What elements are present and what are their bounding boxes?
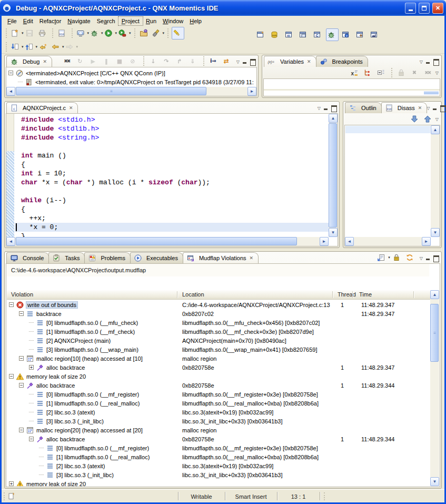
drop-to-frame-button[interactable]: ⇓ (187, 55, 200, 67)
scroll-up-arrow[interactable]: ▲ (430, 290, 439, 299)
violation-row[interactable]: [3] libmudflapth.so.0 (__wrap_main)libmu… (7, 345, 430, 354)
violation-row[interactable]: −memory leak of size 20 (7, 372, 430, 381)
minimize-view-icon[interactable] (242, 59, 247, 64)
back-button[interactable]: ▾ (51, 41, 65, 53)
violation-row[interactable]: [2] libc.so.3 (atexit)libc.so.3(atexit+0… (7, 461, 430, 470)
scroll-left-arrow[interactable]: ◄ (345, 237, 354, 246)
suspend-button[interactable]: ‖ (101, 55, 114, 67)
maximize-view-icon[interactable] (433, 59, 439, 64)
debug-tab-debug[interactable]: Debug✕ (6, 56, 52, 67)
disassembly-vscrollbar[interactable]: ▲ ▼ (431, 125, 440, 237)
maximize-view-icon[interactable] (250, 59, 255, 64)
run-button[interactable]: ▾ (104, 27, 118, 39)
application-profiler-button[interactable] (369, 28, 381, 41)
c-cpp-projects-button[interactable] (298, 28, 310, 41)
sash-grip[interactable] (424, 92, 439, 95)
scroll-down-arrow[interactable]: ▼ (329, 228, 338, 237)
column-header-thread[interactable]: Thread (338, 291, 356, 298)
forward-button[interactable]: ▾ (65, 41, 79, 53)
menu-edit[interactable]: Edit (20, 17, 36, 25)
binary-button[interactable]: 010 (56, 27, 69, 39)
add-global-variables-button[interactable] (362, 66, 375, 79)
scroll-up-arrow[interactable]: ▲ (329, 114, 338, 123)
scrollbar-thumb[interactable]: ≡ (16, 87, 206, 95)
refresh-button[interactable] (404, 251, 417, 264)
minimize-view-icon[interactable] (323, 105, 329, 111)
violation-row[interactable]: [1] libmudflapth.so.0 (__real_malloc)lib… (7, 399, 430, 408)
tree-expander[interactable]: + (29, 365, 34, 370)
next-annotation-button[interactable]: ▾ (10, 41, 24, 53)
dropdown-arrow-icon[interactable]: ▾ (62, 45, 64, 49)
open-resource-button[interactable] (138, 27, 151, 39)
violation-row[interactable]: +memory leak of size 20 (7, 479, 430, 486)
violation-row[interactable]: +alloc backtrace0xb820758e111:48.29.347 (7, 363, 430, 372)
close-icon[interactable]: ✕ (69, 105, 73, 111)
minimize-view-icon[interactable] (425, 59, 431, 64)
variables-tab-breakpoints[interactable]: Breakpoints (316, 56, 368, 67)
tree-expander[interactable]: − (8, 71, 13, 75)
menu-project[interactable]: Project (118, 17, 143, 25)
tree-expander[interactable]: − (9, 302, 14, 307)
step-over-button[interactable]: ↷ (161, 55, 174, 67)
last-edit-location-button[interactable] (38, 41, 51, 53)
c-cpp-button[interactable]: C (312, 28, 324, 41)
arrow-up-blue-button[interactable] (422, 113, 435, 125)
scroll-down-arrow[interactable]: ▼ (431, 228, 440, 237)
violation-row[interactable]: [0] libmudflapth.so.0 (__mfu_check)libmu… (7, 318, 430, 327)
maximize-view-icon[interactable] (440, 105, 445, 111)
tree-expander[interactable]: + (9, 481, 14, 486)
scroll-up-arrow[interactable]: ▲ (431, 125, 440, 134)
column-separator[interactable] (177, 291, 177, 298)
use-step-filters-button[interactable]: ⇄ (221, 55, 234, 67)
view-menu-icon[interactable]: ▽ (427, 106, 430, 111)
dropdown-arrow-icon[interactable]: ▾ (22, 31, 24, 35)
dropdown-arrow-icon[interactable]: ▾ (87, 31, 90, 35)
terminate-button[interactable]: ■ (114, 55, 127, 67)
tree-expander[interactable]: − (9, 374, 14, 379)
minimize-view-icon[interactable] (425, 255, 431, 261)
search-button[interactable]: ▾ (151, 27, 165, 39)
dropdown-arrow-icon[interactable]: ▾ (115, 31, 117, 35)
debug-perspective-button[interactable] (326, 28, 339, 41)
view-menu-icon[interactable]: ▽ (435, 71, 439, 75)
scroll-right-arrow[interactable]: ► (422, 237, 431, 246)
editor-tab-aqnxcproject-c[interactable]: cAQNXCProject.c✕ (6, 102, 78, 113)
violation-row[interactable]: [0] libmudflapth.so.0 (__mf_register)lib… (7, 443, 430, 452)
scroll-down-arrow[interactable]: ▼ (430, 477, 439, 486)
menu-file[interactable]: File (4, 17, 20, 25)
scroll-left-arrow[interactable]: ◄ (6, 237, 15, 246)
remove-all-terminated-button[interactable]: ✖✖ (62, 55, 74, 67)
close-icon[interactable]: ✕ (250, 255, 254, 261)
lock-button[interactable] (396, 66, 409, 79)
print-button[interactable] (37, 27, 49, 39)
bottom-tab-console[interactable]: Console (6, 252, 49, 263)
maximize-view-icon[interactable] (331, 105, 336, 111)
violation-row[interactable]: [3] libc.so.3 (_init_libc)libc.so.3(_ini… (7, 470, 430, 479)
resume-button[interactable]: ▶ (88, 55, 101, 67)
svn-repository-exploring-button[interactable]: SVN (269, 28, 282, 41)
close-button[interactable]: ✕ (432, 3, 443, 14)
outline-tab-disass[interactable]: 010Disass✕ (381, 102, 428, 113)
violation-row[interactable]: −backtrace0xb8207c0211:48.29.347 (7, 309, 430, 318)
scroll-right-arrow[interactable]: ► (247, 87, 256, 96)
view-menu-icon[interactable]: ▽ (420, 60, 423, 64)
prev-annotation-button[interactable]: ▾ (24, 41, 38, 53)
bottom-tab-mudflap-violations[interactable]: Mudflap Violations✕ (183, 252, 259, 263)
column-header-location[interactable]: Location (182, 291, 204, 298)
violation-row[interactable]: [2] libc.so.3 (atexit)libc.so.3(atexit+0… (7, 408, 430, 417)
menu-help[interactable]: Help (186, 17, 205, 25)
debug-tree-row[interactable]: −<terminated>AQNXCProject [C/C++ QNX QCo… (6, 68, 256, 77)
code-editor[interactable]: #include <stdio.h>#include <stdlib.h>#in… (15, 114, 329, 237)
debug-button[interactable]: ▾ (90, 27, 104, 39)
violation-row[interactable]: [2] AQNXCProject (main)AQNXCProject(main… (7, 336, 430, 345)
editor-hscrollbar[interactable]: ◄ ► (6, 237, 329, 246)
scrollbar-thumb[interactable]: ≡ (430, 304, 439, 362)
column-header-time[interactable]: Time (359, 291, 372, 298)
lock-button[interactable] (391, 251, 404, 264)
qnx-system-information-button[interactable]: i (340, 28, 353, 41)
violation-row[interactable]: [3] libc.so.3 (_init_libc)libc.so.3(_ini… (7, 417, 430, 426)
target-configuration-button[interactable]: ▾ (76, 27, 90, 39)
minimize-button[interactable] (405, 3, 416, 14)
save-button[interactable] (24, 27, 37, 39)
dropdown-arrow-icon[interactable]: ▾ (101, 31, 103, 35)
